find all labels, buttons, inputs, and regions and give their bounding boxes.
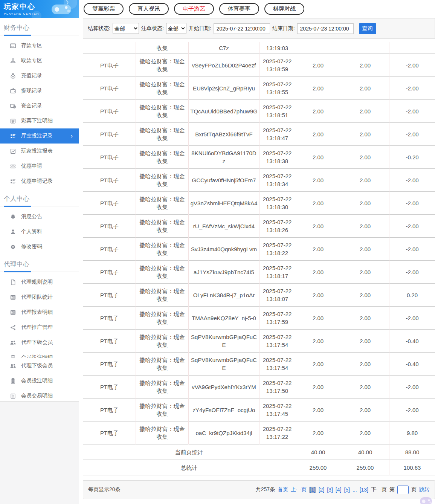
- sidebar-item[interactable]: 代理下级会员: [0, 335, 79, 350]
- sidebar-item[interactable]: 存款专区: [0, 38, 79, 53]
- sidebar-item-label: 资金记录: [21, 102, 42, 109]
- jump-button[interactable]: 跳转: [419, 486, 430, 493]
- cell-order: EU8Vip2sjCnZ_gRpRIyu: [189, 77, 259, 100]
- cell-result: -2.00: [389, 123, 435, 146]
- cell-order: vSeyFPoZLb6D02P4oezf: [189, 54, 259, 77]
- cell-order: zY4yFsOEl7ZnE_ocgjUo: [189, 399, 259, 422]
- page-ellipsis: ...: [353, 487, 357, 493]
- cell-type: PT电子: [83, 146, 136, 169]
- sidebar-item[interactable]: 代理报表明细: [0, 305, 79, 320]
- table-row: PT电子撒哈拉财富：现金收集SqPV8KurwmbGPjaQFuCE2025-0…: [83, 330, 435, 353]
- sidebar-item[interactable]: 玩家投注报表: [0, 144, 79, 159]
- cell-time: 2025-07-22 13:17:59: [259, 307, 295, 330]
- tab-2[interactable]: 真人视讯: [129, 3, 169, 15]
- query-button[interactable]: 查询: [359, 23, 376, 34]
- sidebar-item[interactable]: 代理推广管理: [0, 320, 79, 335]
- total-summary-row: 总统计259.00259.00100.63: [83, 460, 435, 475]
- cell-time: 2025-07-22 13:17:54: [259, 330, 295, 353]
- cell-order: Bxr5tTqABzXl66f9tTvF: [189, 123, 259, 146]
- tab-1[interactable]: 雙赢彩票: [84, 3, 124, 15]
- cell-bet: 2.00: [295, 353, 341, 376]
- sidebar-item[interactable]: 会员投注明细: [0, 373, 79, 388]
- cell-result: -0.40: [389, 353, 435, 376]
- page-link[interactable]: [2]: [319, 487, 325, 493]
- sidebar-item[interactable]: 修改密码: [0, 239, 79, 254]
- cell-time: 2025-07-22 13:18:22: [259, 238, 295, 261]
- next-page-link[interactable]: 下一页: [371, 486, 387, 493]
- end-date-input[interactable]: [297, 23, 354, 34]
- filter-panel: 结算状态: 全部 注单状态: 全部 开始日期: 结束日期: 查询: [83, 18, 435, 39]
- sidebar-item[interactable]: 优惠申请: [0, 159, 79, 174]
- sidebar-item[interactable]: 代理下级会员: [0, 358, 79, 373]
- table-row-partial: 收集C7z13:19:03: [83, 42, 435, 54]
- cell-type: PT电子: [83, 399, 136, 422]
- sidebar-item[interactable]: 代理团队统计: [0, 290, 79, 305]
- cell-type: PT电子: [83, 77, 136, 100]
- bet-records-table: 收集C7z13:19:03PT电子撒哈拉财富：现金收集vSeyFPoZLb6D0…: [83, 42, 435, 475]
- sidebar-item[interactable]: 优惠申请记录: [0, 174, 79, 189]
- sidebar-item[interactable]: 取款专区: [0, 53, 79, 68]
- order-status-select[interactable]: 全部: [166, 23, 186, 34]
- sidebar-item[interactable]: 个人资料: [0, 224, 79, 239]
- jump-page-input[interactable]: [397, 486, 409, 494]
- table-row: PT电子撒哈拉财富：现金收集vSeyFPoZLb6D02P4oezf2025-0…: [83, 54, 435, 77]
- cell-order: oaC_kr9tQZpJKkid34jl: [189, 422, 259, 444]
- cell-valid: 2.00: [341, 238, 389, 261]
- start-date-input[interactable]: [214, 23, 270, 34]
- table-row: PT电子撒哈拉财富：现金收集TMAAn9eKQZ8eY_nj-5-02025-0…: [83, 307, 435, 330]
- cell-result: -2.00: [389, 261, 435, 284]
- sidebar-item-label: 修改密码: [21, 243, 42, 250]
- cell-order: TMAAn9eKQZ8eY_nj-5-0: [189, 307, 259, 330]
- settle-status-select[interactable]: 全部: [113, 23, 139, 34]
- withdraw-hand-icon: [10, 58, 16, 64]
- cell-game: 收集: [136, 42, 189, 54]
- page-link-current[interactable]: [1]: [309, 487, 316, 493]
- sidebar-item[interactable]: 代理规则说明: [0, 275, 79, 290]
- cell-game: 撒哈拉财富：现金收集: [136, 261, 189, 284]
- cell-bet: 2.00: [295, 261, 341, 284]
- cell-time: 2025-07-22 13:17:54: [259, 353, 295, 376]
- tab-4[interactable]: 体育赛事: [219, 3, 259, 15]
- cell-valid: 2.00: [341, 146, 389, 169]
- cell-game: 撒哈拉财富：现金收集: [136, 330, 189, 353]
- sidebar-item-selected[interactable]: 厅室投注记录›: [0, 128, 79, 144]
- deposit-card-icon: [10, 43, 16, 49]
- page-number-links: [1][2][3][4][5]...[13]: [309, 487, 368, 493]
- sidebar-item[interactable]: 充值记录: [0, 68, 79, 83]
- pagination-bar: 每页显示20条 共257条 首页 上一页 [1][2][3][4][5]...[…: [83, 480, 435, 499]
- cell-result: -2.00: [389, 54, 435, 77]
- page-link[interactable]: [13]: [360, 487, 368, 493]
- cell-bet: 2.00: [295, 238, 341, 261]
- cell-valid: 2.00: [341, 215, 389, 238]
- funds-icon: [10, 103, 16, 109]
- cell-valid: [341, 42, 389, 54]
- sidebar-item[interactable]: 彩票下注明细: [0, 113, 79, 128]
- cell-order: gV3nZshmlHEEQtqM8kA4: [189, 192, 259, 215]
- table-row: PT电子撒哈拉财富：现金收集aJ1YsZkuvJ9pbTnc74I52025-0…: [83, 261, 435, 284]
- page-link[interactable]: [3]: [327, 487, 333, 493]
- tab-5[interactable]: 棋牌对战: [264, 3, 304, 15]
- first-page-link[interactable]: 首页: [278, 486, 288, 493]
- table-row: PT电子撒哈拉财富：现金收集SvJ3z4m40Qqnk9hygLvm2025-0…: [83, 238, 435, 261]
- page-link[interactable]: [5]: [344, 487, 350, 493]
- cell-bet: [295, 42, 341, 54]
- sidebar-item[interactable]: 资金记录: [0, 98, 79, 113]
- page-link[interactable]: [4]: [336, 487, 342, 493]
- sidebar-item[interactable]: 提现记录: [0, 83, 79, 98]
- cell-bet: 2.00: [295, 123, 341, 146]
- sidebar-item-label: 会员交易明细: [21, 393, 53, 399]
- prev-page-link[interactable]: 上一页: [291, 486, 307, 493]
- app-logo: 玩家中心 PLAYERS CENTER: [0, 0, 79, 18]
- tab-3-active[interactable]: 电子游艺: [174, 3, 214, 15]
- cell-order: vVA9GtPydXehIYKx3rYM: [189, 376, 259, 399]
- cell-time: 2025-07-22 13:18:34: [259, 169, 295, 192]
- cell-order: C7z: [189, 42, 259, 54]
- sidebar-item[interactable]: 消息公告: [0, 209, 79, 224]
- sidebar-item-label: 充值记录: [21, 72, 42, 79]
- sidebar-item-label: 提现记录: [21, 87, 42, 94]
- sidebar-item[interactable]: 会员交易明细: [0, 388, 79, 402]
- table-row: PT电子撒哈拉财富：现金收集zY4yFsOEl7ZnE_ocgjUo2025-0…: [83, 399, 435, 422]
- cell-result: -2.00: [389, 192, 435, 215]
- table-row: PT电子撒哈拉财富：现金收集GCCyufav0fHNnj5fOEm72025-0…: [83, 169, 435, 192]
- cell-result: 9.80: [389, 422, 435, 444]
